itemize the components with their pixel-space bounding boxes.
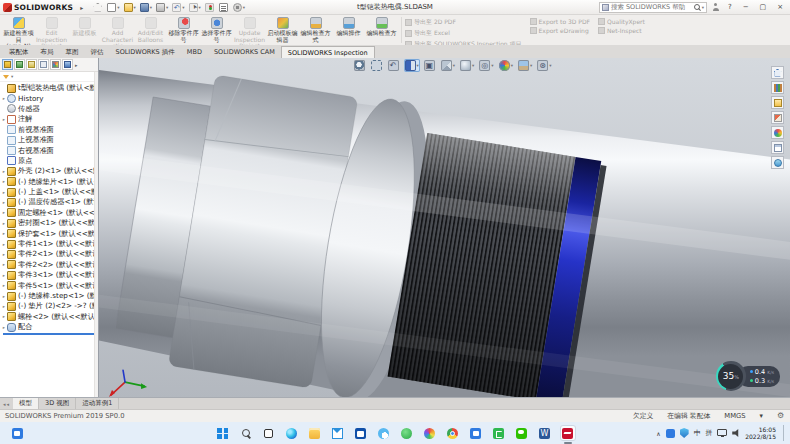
taskbar-app-button[interactable]: [560, 425, 576, 441]
help-search-box[interactable]: ▾: [599, 2, 707, 13]
taskbar-app-button[interactable]: [537, 425, 553, 441]
taskbar-app-button[interactable]: [491, 425, 507, 441]
taskbar-app-button[interactable]: [399, 425, 415, 441]
ribbon-tab[interactable]: 草图: [60, 46, 85, 58]
search-input[interactable]: [611, 3, 692, 11]
panel-tab[interactable]: [62, 59, 73, 70]
tray-expand-icon[interactable]: ∧: [656, 430, 660, 437]
tab-nav-arrows-icon[interactable]: ◂◂: [0, 398, 13, 409]
model-tab[interactable]: 运动算例1: [76, 398, 119, 409]
hud-button[interactable]: ▾: [478, 59, 494, 72]
network-icon[interactable]: [717, 429, 727, 436]
taskbar-app-button[interactable]: [376, 425, 392, 441]
taskbar-app-button[interactable]: [353, 425, 369, 441]
restore-button[interactable]: ▢: [757, 1, 770, 14]
status-item[interactable]: ▾: [760, 412, 763, 420]
hud-button[interactable]: ▾: [440, 59, 456, 72]
task-pane-button[interactable]: [771, 96, 784, 109]
tree-item[interactable]: ▸ 零件1<1> (默认<<默认>_显示状态: [1, 239, 98, 249]
tree-item[interactable]: 传感器: [1, 104, 98, 114]
assembly-3d-model[interactable]: [99, 58, 790, 409]
hud-button[interactable]: ▾: [459, 59, 475, 72]
tree-item[interactable]: ▸ 注解: [1, 114, 98, 124]
tree-item[interactable]: ▸ History: [1, 93, 98, 103]
ribbon-button[interactable]: 编辑检查方: [365, 16, 398, 37]
task-pane-button[interactable]: [771, 156, 784, 169]
taskbar-app-button[interactable]: [468, 425, 484, 441]
volume-icon[interactable]: [732, 429, 740, 437]
ime-mode-indicator[interactable]: 拼: [705, 428, 712, 438]
task-pane-button[interactable]: [771, 81, 784, 94]
filter-caret-icon[interactable]: ▾: [11, 74, 13, 79]
show-desktop-edge[interactable]: [783, 425, 786, 441]
quick-access-button[interactable]: ▾: [107, 3, 119, 12]
search-caret-icon[interactable]: ▾: [702, 5, 704, 10]
tray-shield-icon[interactable]: [680, 428, 689, 438]
task-pane-button[interactable]: [771, 126, 784, 139]
tree-item[interactable]: ▸ 零件3<1> (默认<<默认>_显示状: [1, 270, 98, 280]
search-icon[interactable]: [694, 4, 700, 10]
ribbon-tab[interactable]: 评估: [85, 46, 110, 58]
tray-app-icon[interactable]: [666, 429, 675, 438]
tree-item[interactable]: ▸ (-) 绝缘垫片<1> (默认<<默认>_显: [1, 177, 98, 187]
ribbon-tab[interactable]: 布局: [35, 46, 60, 58]
panel-tab[interactable]: [14, 59, 25, 70]
quick-access-button[interactable]: ▾: [189, 3, 201, 12]
status-item[interactable]: 欠定义: [633, 411, 653, 421]
tree-item[interactable]: ▸ (-) 绝缘棒.step<1> (默认<<默认>: [1, 291, 98, 301]
tree-item[interactable]: ▸ (-) 温度传感器<1> (默认<<默认>_: [1, 197, 98, 207]
taskbar-app-button[interactable]: [514, 425, 530, 441]
model-tab[interactable]: 模型: [13, 398, 39, 409]
tree-item[interactable]: ▸ (-) 上盖<1> (默认<<默认>_显示状: [1, 187, 98, 197]
taskbar-app-button[interactable]: [445, 425, 461, 441]
help-button[interactable]: ?: [725, 1, 735, 14]
tree-item[interactable]: 上视基准面: [1, 135, 98, 145]
quick-tips-gear-icon[interactable]: [777, 412, 785, 420]
filter-funnel-icon[interactable]: [3, 75, 9, 79]
ribbon-tab[interactable]: SOLIDWORKS 插件: [110, 46, 181, 58]
tree-item[interactable]: ▸ 零件5<1> (默认<<默认>_显示状: [1, 280, 98, 290]
ime-language-indicator[interactable]: 中: [694, 428, 701, 438]
model-tab[interactable]: 3D 视图: [39, 398, 76, 409]
tree-item[interactable]: ▸ 密封圈<1> (默认<<默认>_显示状: [1, 218, 98, 228]
ribbon-tab[interactable]: 装配体: [3, 46, 35, 58]
ribbon-button[interactable]: 编辑操作: [332, 16, 365, 37]
quick-access-button[interactable]: [93, 3, 103, 12]
taskbar-app-button[interactable]: [238, 425, 254, 441]
export-menu-item[interactable]: 导出至 Excel: [405, 29, 522, 38]
ribbon-button[interactable]: 新建模板: [68, 16, 101, 37]
taskbar-app-button[interactable]: [422, 425, 438, 441]
task-pane-button[interactable]: [771, 66, 784, 79]
status-item[interactable]: 在编辑 装配体: [667, 411, 710, 421]
task-pane-button[interactable]: [771, 111, 784, 124]
tree-item[interactable]: ▸ 螺栓<2> (默认<<默认>_显示状态: [1, 312, 98, 322]
ribbon-button[interactable]: 移除零件序号: [167, 16, 200, 43]
hud-button[interactable]: ▾: [517, 59, 533, 72]
taskbar-app-button[interactable]: [307, 425, 323, 441]
quick-access-button[interactable]: [205, 3, 215, 12]
tree-item[interactable]: ▸ (-) 垫片 (2)<2> ->? (默认<<默认: [1, 301, 98, 311]
tree-item[interactable]: 前视基准面: [1, 125, 98, 135]
quick-access-button[interactable]: ▾: [156, 3, 168, 12]
tree-filter-row[interactable]: ▾: [0, 72, 98, 82]
graphics-viewport[interactable]: ▾ ▾ ▾ ▾ ▾: [99, 58, 790, 409]
export-menu-item[interactable]: Export eDrawing: [530, 27, 591, 34]
ribbon-button[interactable]: 编辑检查方式: [299, 16, 332, 43]
menu-expand-arrow-icon[interactable]: ▸: [80, 4, 83, 11]
status-item[interactable]: MMGS: [724, 412, 745, 420]
taskbar-app-button[interactable]: [215, 425, 231, 441]
hud-button[interactable]: [370, 59, 384, 72]
export-menu-item[interactable]: 导出至 2D PDF: [405, 18, 522, 27]
tree-item[interactable]: ▸ 零件2<1> (默认<<默认>_显示状: [1, 249, 98, 259]
taskbar-pinned-app[interactable]: [9, 425, 25, 441]
quick-access-button[interactable]: ▾: [140, 3, 152, 12]
tree-item[interactable]: t型铠装热电偶 (默认<默认_显示状态-1: [1, 83, 98, 93]
ribbon-tab[interactable]: SOLIDWORKS Inspection: [281, 46, 375, 58]
ribbon-button[interactable]: 启动模板编辑器: [266, 16, 299, 43]
tree-item[interactable]: 原点: [1, 156, 98, 166]
performance-overlay[interactable]: 35% 0.4 K/s 0.3 K/s: [716, 361, 780, 391]
export-menu-item[interactable]: Export to 3D PDF: [530, 18, 591, 25]
search-scope-icon[interactable]: [602, 4, 609, 11]
taskbar-app-button[interactable]: [284, 425, 300, 441]
tree-item[interactable]: ▸ 零件2<2> (默认<<默认>_显示状: [1, 260, 98, 270]
